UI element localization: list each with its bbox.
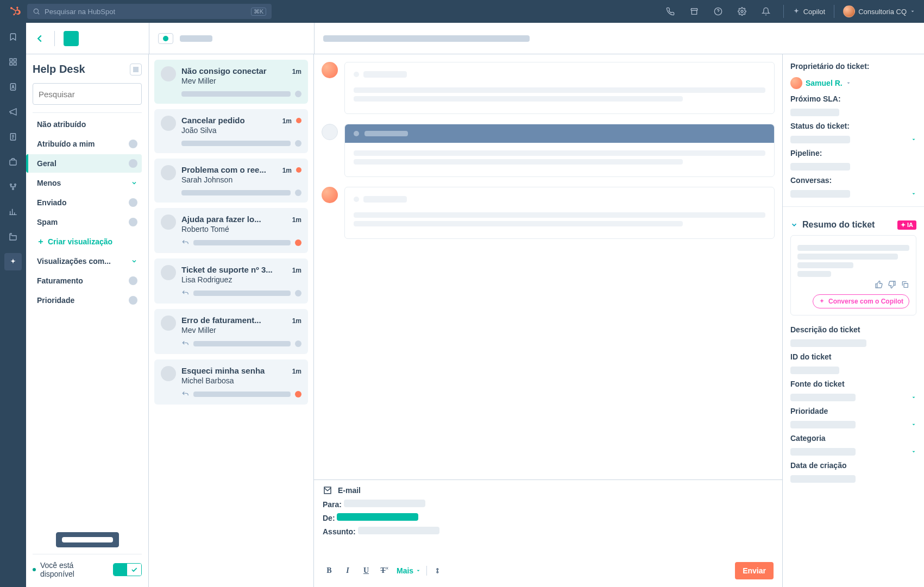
ticket-card[interactable]: Erro de faturament...1mMev Miller	[154, 309, 308, 354]
ticket-card[interactable]: Cancelar pedido1m João Silva	[154, 109, 308, 153]
pipeline-label: Pipeline:	[790, 149, 916, 157]
view-list: Não atribuídoAtribuído a mimGeralMenosEn…	[33, 115, 142, 310]
footer-pill[interactable]	[56, 532, 119, 547]
source-label: Fonte do ticket	[790, 380, 916, 388]
ticket-sender: João Silva	[181, 126, 301, 135]
settings-icon[interactable]	[733, 3, 751, 20]
more-format-button[interactable]: Mais	[397, 566, 421, 575]
pipeline-value	[790, 163, 850, 171]
status-dot-icon	[295, 190, 301, 196]
avatar	[161, 116, 176, 131]
ticket-title: Cancelar pedido	[181, 116, 278, 125]
id-value	[790, 367, 839, 374]
created-value	[790, 475, 856, 483]
availability-toggle[interactable]	[113, 563, 142, 576]
from-field[interactable]	[337, 513, 418, 521]
automations-icon[interactable]	[4, 178, 22, 195]
source-selector[interactable]	[790, 394, 916, 401]
to-field[interactable]	[344, 500, 425, 507]
notifications-icon[interactable]	[757, 3, 775, 20]
svg-point-0	[34, 9, 38, 13]
view-color-chip[interactable]	[64, 31, 79, 46]
underline-button[interactable]: U	[360, 566, 373, 575]
subheader-skeleton	[180, 35, 212, 42]
availability-label: Você está disponível	[40, 561, 109, 578]
hubspot-logo	[9, 5, 21, 17]
status-dot-icon	[295, 290, 301, 296]
status-dot-icon	[295, 140, 301, 147]
reporting-icon[interactable]	[4, 203, 22, 220]
ticket-age: 1m	[292, 68, 301, 75]
thumbs-down-icon[interactable]	[888, 280, 896, 289]
phone-icon[interactable]	[662, 3, 679, 20]
subject-field[interactable]	[358, 527, 439, 534]
ticket-sender: Sarah Johnson	[181, 175, 301, 184]
channel-row[interactable]: E-mail	[323, 485, 774, 495]
thumbs-up-icon[interactable]	[875, 280, 883, 289]
italic-button[interactable]: I	[341, 566, 354, 575]
ticket-sender: Michel Barbosa	[181, 376, 301, 385]
avatar	[161, 315, 176, 331]
ticket-card[interactable]: Problema com o ree...1m Sarah Johnson	[154, 159, 308, 203]
commerce-icon[interactable]	[4, 153, 22, 171]
global-search[interactable]: Pesquisar na HubSpot ⌘K	[27, 4, 272, 19]
contacts-icon[interactable]	[4, 78, 22, 96]
link-button[interactable]	[432, 566, 445, 575]
sidebar-item[interactable]: Não atribuído	[33, 115, 142, 134]
ticket-card[interactable]: Não consigo conectar1mMev Miller	[154, 60, 308, 104]
sidebar-item[interactable]: Geral	[26, 154, 142, 173]
ticket-card[interactable]: Ajuda para fazer lo...1mRoberto Tomé	[154, 208, 308, 253]
copy-icon[interactable]	[901, 280, 909, 289]
status-dot-icon	[295, 239, 301, 246]
conversations-selector[interactable]	[790, 190, 916, 198]
ticket-age: 1m	[292, 216, 301, 224]
marketing-icon[interactable]	[4, 103, 22, 121]
message-bubble	[344, 62, 775, 114]
conversation-pane: E-mail Para: De: Assunto: B I U T× Mais …	[314, 54, 783, 587]
priority-selector[interactable]	[790, 421, 916, 428]
created-label: Data de criação	[790, 461, 916, 470]
status-selector[interactable]	[790, 136, 916, 143]
bold-button[interactable]: B	[323, 566, 336, 575]
copilot-button[interactable]: Copilot	[793, 8, 825, 16]
ticket-card[interactable]: Ticket de suporte nº 3...1mLisa Rodrigue…	[154, 258, 308, 304]
ticket-card[interactable]: Esqueci minha senha1mMichel Barbosa	[154, 359, 308, 405]
svg-point-13	[12, 188, 14, 190]
email-icon	[323, 485, 332, 495]
chevron-down-icon	[790, 221, 798, 229]
copilot-chat-button[interactable]: Converse com o Copilot	[813, 294, 909, 308]
from-label: De:	[323, 514, 335, 522]
content-icon[interactable]	[4, 128, 22, 146]
owner-selector[interactable]: Samuel R.	[790, 77, 916, 89]
help-desk-pane: Help Desk Não atribuídoAtribuído a mimGe…	[26, 54, 149, 587]
workspaces-icon[interactable]	[4, 53, 22, 71]
reply-icon	[181, 340, 189, 348]
avatar	[843, 5, 855, 17]
marketplace-icon[interactable]	[686, 3, 703, 20]
account-menu[interactable]: Consultoria CQ	[843, 5, 915, 17]
sidebar-item[interactable]: Menos	[33, 174, 142, 192]
clear-format-button[interactable]: T×	[378, 566, 391, 575]
ai-icon[interactable]	[4, 253, 22, 270]
help-desk-search-input[interactable]	[37, 89, 143, 99]
sidebar-item[interactable]: Faturamento	[33, 272, 142, 290]
status-chip[interactable]	[158, 33, 173, 44]
help-desk-search[interactable]	[33, 83, 142, 105]
chevron-down-icon	[131, 258, 137, 264]
summary-section-header[interactable]: Resumo do ticket ✦ IA	[790, 220, 916, 230]
sidebar-item[interactable]: Spam	[33, 213, 142, 231]
sidebar-item[interactable]: Atribuído a mim	[33, 135, 142, 153]
library-icon[interactable]	[4, 228, 22, 245]
desc-value	[790, 339, 866, 347]
sidebar-item[interactable]: Criar visualização	[33, 232, 142, 251]
help-desk-toggle-icon[interactable]	[130, 64, 142, 75]
ticket-title: Ajuda para fazer lo...	[181, 214, 288, 224]
bookmarks-icon[interactable]	[4, 28, 22, 46]
category-selector[interactable]	[790, 448, 916, 456]
help-icon[interactable]	[709, 3, 727, 20]
sidebar-item[interactable]: Enviado	[33, 193, 142, 212]
back-button[interactable]	[34, 33, 46, 45]
sidebar-item[interactable]: Visualizações com...	[33, 252, 142, 270]
sidebar-item[interactable]: Prioridade	[33, 291, 142, 310]
send-button[interactable]: Enviar	[735, 562, 774, 579]
